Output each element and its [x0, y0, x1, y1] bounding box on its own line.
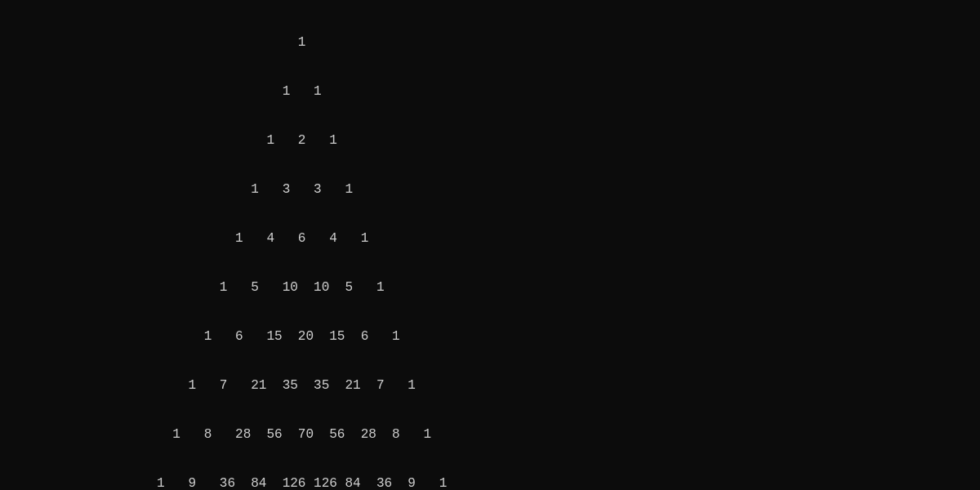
triangle-row: 1 5 10 10 5 1	[0, 279, 980, 296]
triangle-row: 1 3 3 1	[0, 181, 980, 198]
triangle-row: 1 7 21 35 35 21 7 1	[0, 377, 980, 394]
triangle-row: 1 8 28 56 70 56 28 8 1	[0, 426, 980, 443]
console-output: 1 1 1 1 2 1 1 3 3 1 1 4 6 4 1	[0, 2, 980, 490]
triangle-row: 1	[0, 34, 980, 51]
triangle-row: 1 1	[0, 83, 980, 100]
triangle-row: 1 4 6 4 1	[0, 230, 980, 247]
triangle-row: 1 2 1	[0, 132, 980, 149]
triangle-row: 1 9 36 84 126 126 84 36 9 1	[0, 475, 980, 490]
triangle-row: 1 6 15 20 15 6 1	[0, 328, 980, 345]
